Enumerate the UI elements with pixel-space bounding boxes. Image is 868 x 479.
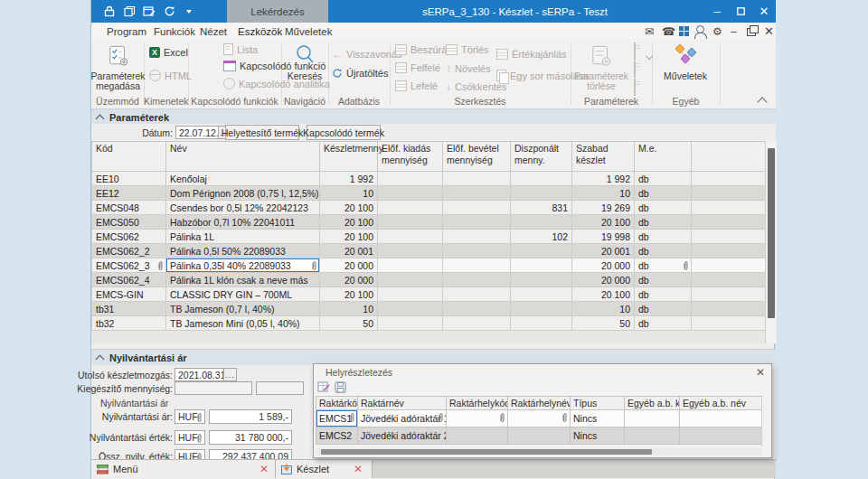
cell[interactable]: 20 100 <box>572 215 635 230</box>
cell[interactable]: 10 <box>320 302 378 316</box>
ar-currency-box[interactable]: HUF <box>175 409 205 424</box>
cell[interactable]: 50 <box>320 316 378 331</box>
cell[interactable]: TB Jameson Mini (0,05 l, 40%) <box>166 316 320 331</box>
cell[interactable]: Pálinka 1L klón csak a neve más <box>166 273 320 287</box>
cell[interactable]: 20 100 <box>320 201 378 215</box>
cell[interactable]: 20 100 <box>320 215 378 230</box>
cell[interactable] <box>447 427 508 445</box>
cell[interactable]: 19 998 <box>572 230 635 244</box>
close-keszlet-tab-icon[interactable]: ✕ <box>354 463 363 475</box>
cell[interactable]: Dom Pérignon 2008 (0,75 l, 12,5%) <box>166 186 320 201</box>
cell[interactable] <box>378 215 443 230</box>
cell[interactable]: EE10 <box>92 172 166 186</box>
ujratoltes-button[interactable]: Újratöltés <box>332 68 388 79</box>
cell[interactable]: EMCS062_4 <box>92 273 166 287</box>
lock-icon[interactable] <box>102 5 117 18</box>
felfele-button[interactable]: Felfelé <box>395 62 440 73</box>
cell[interactable] <box>692 215 766 230</box>
cell[interactable] <box>680 410 763 427</box>
kapcsolodo-termek-button[interactable]: Kapcsolódó termék <box>307 125 381 140</box>
grid-vscrollbar[interactable] <box>765 141 777 343</box>
cell[interactable]: EMCS062_2 <box>92 244 166 258</box>
cell[interactable]: 831 <box>511 201 572 215</box>
cell[interactable]: EMCS2 <box>316 427 358 445</box>
cell[interactable] <box>511 244 572 258</box>
cell[interactable]: db <box>635 287 692 302</box>
maximize-button[interactable] <box>729 0 752 23</box>
table-row[interactable]: tb32TB Jameson Mini (0,05 l, 40%)5050db <box>92 316 766 331</box>
menu-item-funkciok[interactable]: Funkciók <box>152 23 197 40</box>
ertek-value-field[interactable]: 31 780 000,- <box>209 430 292 445</box>
cell[interactable] <box>692 258 766 273</box>
param-tool-icon-3[interactable] <box>634 80 636 96</box>
cell[interactable]: Pálinka 0,35l 40% 22089033 <box>166 258 320 273</box>
cell[interactable]: 20 100 <box>572 287 635 302</box>
cell[interactable]: Nincs <box>571 427 625 445</box>
task-tab-menu[interactable]: Menü ✕ <box>91 460 276 478</box>
edit-grid-icon[interactable] <box>317 380 330 395</box>
cell[interactable] <box>692 244 766 258</box>
cell[interactable]: tb32 <box>92 316 166 331</box>
close-button[interactable]: ✕ <box>752 0 776 23</box>
table-row[interactable]: tb31TB Jameson (0,7 l, 40%)1010db <box>92 302 766 316</box>
cell[interactable] <box>511 287 572 302</box>
cell[interactable] <box>692 172 766 186</box>
cell[interactable]: EE12 <box>92 186 166 201</box>
cell[interactable]: 20 000 <box>320 273 378 287</box>
column-header[interactable]: Raktárhelykód <box>447 397 508 410</box>
cell[interactable] <box>508 427 571 445</box>
csokkentes-button[interactable]: ↓Csökkentés <box>446 80 506 93</box>
mdi-minimize-icon[interactable]: – <box>731 24 737 38</box>
table-row[interactable]: EMCS062Pálinka 1L20 10010219 998db <box>92 230 766 244</box>
cell[interactable] <box>511 302 572 316</box>
table-row[interactable]: EMCS048Csendes bor 0,5l 12% 2204212320 1… <box>92 201 766 215</box>
param-tool-icon-2[interactable] <box>634 61 636 78</box>
popup-hscrollbar[interactable] <box>316 448 762 456</box>
cell[interactable] <box>692 287 766 302</box>
cell[interactable] <box>443 201 511 215</box>
cell[interactable] <box>443 287 511 302</box>
cell[interactable]: EMCS062_3 <box>92 258 166 273</box>
kiegeszito-field-1[interactable] <box>175 381 252 395</box>
cell[interactable] <box>511 215 572 230</box>
chevron-down-icon[interactable] <box>182 5 196 18</box>
cell[interactable]: Pálinka 0,5l 50% 22089033 <box>166 244 320 258</box>
save-icon[interactable] <box>335 380 346 395</box>
column-header[interactable]: Raktárnév <box>358 397 447 410</box>
refresh-icon[interactable] <box>162 5 176 18</box>
visszavonas-button[interactable]: ←Visszavonás <box>332 48 402 61</box>
cell[interactable]: 50 <box>572 316 635 331</box>
column-header[interactable] <box>692 142 766 172</box>
cell[interactable]: db <box>635 230 692 244</box>
cell[interactable]: 10 <box>320 186 378 201</box>
popup-close-icon[interactable]: ✕ <box>753 365 768 379</box>
mdi-close-icon[interactable]: ✕ <box>764 24 774 38</box>
column-header[interactable]: Előf. bevétel mennyiség <box>443 142 511 172</box>
cell[interactable]: db <box>635 244 692 258</box>
cell[interactable] <box>378 186 443 201</box>
column-header[interactable]: M.e. <box>635 142 692 172</box>
parameterek-torlese-button[interactable]: Paraméterek törlése <box>574 44 628 91</box>
cell[interactable] <box>443 302 511 316</box>
cell[interactable]: Csendes bor 0,5l 12% 22042123 <box>166 201 320 215</box>
column-header[interactable]: Raktárkód <box>316 397 358 410</box>
cell[interactable] <box>680 427 763 445</box>
apps-grid-icon[interactable] <box>679 24 689 38</box>
cell[interactable]: Pálinka 1L <box>166 230 320 244</box>
user-icon[interactable] <box>696 24 704 38</box>
cell[interactable]: EMCS-GIN <box>92 287 166 302</box>
ar-value-field[interactable]: 1 589,- <box>209 409 292 424</box>
cell[interactable]: db <box>635 186 692 201</box>
table-row[interactable]: EMCS062_4Pálinka 1L klón csak a neve más… <box>92 273 766 287</box>
table-row[interactable]: EE12Dom Pérignon 2008 (0,75 l, 12,5%)101… <box>92 186 766 201</box>
cell[interactable]: db <box>635 201 692 215</box>
param-dropdown-icon[interactable] <box>646 46 652 62</box>
parameterek-megadasa-button[interactable]: Paraméterek megadása <box>93 44 143 91</box>
cell[interactable] <box>692 230 766 244</box>
window-edit-icon[interactable] <box>142 5 156 18</box>
lefele-button[interactable]: Lefelé <box>395 80 438 91</box>
cell[interactable]: 20 000 <box>320 258 378 273</box>
cell[interactable] <box>443 186 511 201</box>
cell[interactable] <box>511 172 572 186</box>
cell[interactable]: db <box>635 215 692 230</box>
